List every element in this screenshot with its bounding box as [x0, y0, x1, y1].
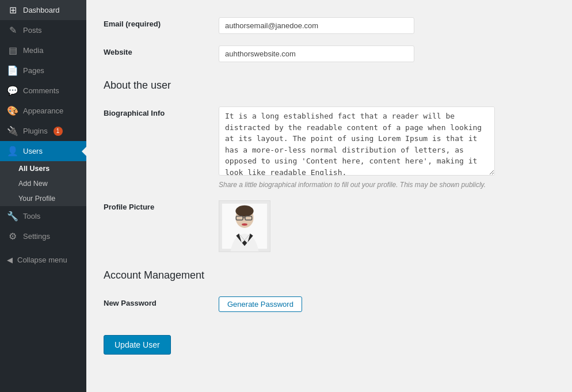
email-input[interactable] — [219, 17, 414, 34]
tools-icon: 🔧 — [7, 211, 18, 222]
pages-icon: 📄 — [7, 65, 18, 76]
users-submenu: All Users Add New Your Profile — [0, 161, 86, 206]
sidebar-item-label: Dashboard — [23, 6, 60, 14]
profile-picture — [219, 200, 270, 252]
profile-picture-label: Profile Picture — [104, 203, 154, 211]
sidebar-item-tools[interactable]: 🔧 Tools — [0, 206, 86, 226]
email-label: Email (required) — [104, 20, 161, 28]
account-section-title: Account Management — [104, 269, 555, 281]
sidebar-item-label: Appearance — [23, 106, 63, 115]
sidebar-item-settings[interactable]: ⚙ Settings — [0, 226, 86, 246]
submenu-all-users[interactable]: All Users — [0, 161, 86, 176]
about-table: Biographical Info Share a little biograp… — [104, 101, 555, 258]
collapse-label: Collapse menu — [17, 256, 67, 264]
bio-label: Biographical Info — [104, 109, 165, 117]
svg-point-7 — [242, 223, 247, 226]
sidebar-item-comments[interactable]: 💬 Comments — [0, 81, 86, 101]
new-password-row: New Password Generate Password — [104, 291, 555, 318]
new-password-label: New Password — [104, 299, 157, 307]
sidebar-item-label: Posts — [23, 26, 42, 35]
sidebar-item-posts[interactable]: ✎ Posts — [0, 20, 86, 40]
website-input[interactable] — [219, 45, 414, 62]
website-row: Website — [104, 40, 555, 68]
dashboard-icon: ⊞ — [7, 5, 18, 16]
media-icon: ▤ — [7, 45, 18, 56]
sidebar-item-dashboard[interactable]: ⊞ Dashboard — [0, 0, 86, 20]
comments-icon: 💬 — [7, 85, 18, 96]
submenu-add-new[interactable]: Add New — [0, 176, 86, 191]
svg-point-3 — [235, 205, 253, 217]
plugins-icon: 🔌 — [7, 125, 18, 136]
website-label: Website — [104, 48, 132, 56]
main-content: Email (required) Website About the user … — [86, 0, 572, 392]
profile-picture-row: Profile Picture — [104, 195, 555, 258]
bio-row: Biographical Info Share a little biograp… — [104, 101, 555, 195]
sidebar-item-media[interactable]: ▤ Media — [0, 40, 86, 60]
generate-password-button[interactable]: Generate Password — [219, 296, 302, 312]
sidebar-item-label: Plugins — [23, 127, 48, 135]
sidebar-item-label: Media — [23, 46, 43, 55]
account-table: New Password Generate Password — [104, 291, 555, 318]
sidebar-item-label: Tools — [23, 212, 40, 220]
users-icon: 👤 — [7, 146, 18, 157]
sidebar-item-label: Comments — [23, 86, 59, 95]
sidebar-item-label: Pages — [23, 66, 44, 75]
sidebar-item-pages[interactable]: 📄 Pages — [0, 60, 86, 81]
submenu-your-profile[interactable]: Your Profile — [0, 191, 86, 206]
sidebar-item-appearance[interactable]: 🎨 Appearance — [0, 101, 86, 121]
contact-info-table: Email (required) Website — [104, 12, 555, 68]
sidebar: ⊞ Dashboard ✎ Posts ▤ Media 📄 Pages 💬 Co… — [0, 0, 86, 392]
plugins-badge: 1 — [54, 127, 63, 136]
posts-icon: ✎ — [7, 25, 18, 36]
bio-textarea[interactable] — [219, 106, 495, 176]
sidebar-item-plugins[interactable]: 🔌 Plugins 1 — [0, 121, 86, 141]
sidebar-item-users[interactable]: 👤 Users — [0, 141, 86, 161]
users-arrow — [82, 147, 86, 156]
settings-icon: ⚙ — [7, 231, 18, 242]
bio-hint: Share a little biographical information … — [219, 181, 555, 189]
profile-photo — [219, 200, 270, 252]
appearance-icon: 🎨 — [7, 105, 18, 116]
sidebar-item-label: Users — [23, 147, 43, 155]
update-user-button[interactable]: Update User — [104, 335, 171, 355]
sidebar-item-label: Settings — [23, 232, 50, 241]
collapse-icon: ◀ — [7, 256, 13, 264]
about-section-title: About the user — [104, 79, 555, 92]
collapse-menu[interactable]: ◀ Collapse menu — [0, 251, 86, 269]
email-row: Email (required) — [104, 12, 555, 40]
